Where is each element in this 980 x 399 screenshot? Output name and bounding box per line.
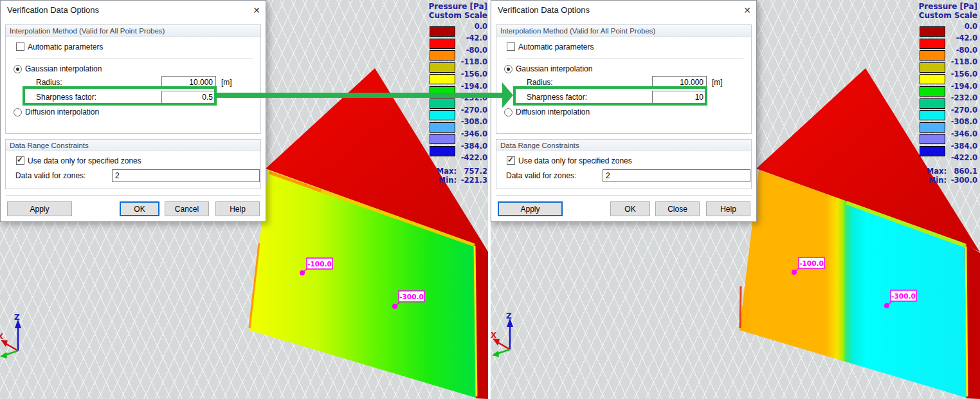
use-zones-label[interactable]: Use data only for specified zones (518, 156, 632, 165)
x-axis-label: X (491, 331, 497, 340)
y-axis-arrow (0, 352, 7, 358)
legend-swatch (430, 110, 455, 120)
legend-max-value: 757.2 (457, 167, 487, 176)
legend-title: Pressure [Pa] (919, 2, 977, 11)
legend-tick: -156.0 (461, 70, 487, 79)
z-axis-label: Z (506, 311, 512, 320)
highlight-arrow (217, 82, 513, 109)
legend-tick: -80.0 (466, 46, 487, 55)
legend-tick: -118.0 (951, 58, 977, 66)
zones-input[interactable] (112, 169, 260, 182)
legend-swatch (430, 62, 455, 73)
legend-min-value: -300.0 (947, 176, 977, 185)
diffusion-label[interactable]: Diffusion interpolation (25, 107, 99, 116)
verification-data-options-dialog-right: Verification Data Options ✕ Interpolatio… (491, 0, 757, 222)
legend-swatch (920, 122, 945, 133)
legend-swatch (430, 122, 455, 133)
help-button[interactable]: Help (215, 201, 260, 216)
title-bar[interactable]: Verification Data Options ✕ (491, 1, 756, 20)
legend-swatch (920, 50, 945, 60)
axes-triad-left: Z X (0, 313, 21, 358)
probe-point (392, 304, 397, 309)
legend-max-row: Max:860.1 (927, 167, 977, 176)
axes-triad-right: Z X (491, 311, 513, 357)
title-bar[interactable]: Verification Data Options ✕ (1, 1, 266, 20)
diffusion-radio[interactable] (14, 108, 22, 116)
legend-swatch (430, 50, 455, 60)
legend-tick: -42.0 (466, 34, 487, 42)
data-range-constraints-group: Data Range Constraints ✓ Use data only f… (496, 139, 752, 189)
separator (15, 59, 253, 59)
radius-label: Radius: (527, 78, 553, 87)
legend-tick: -308.0 (951, 118, 977, 126)
zones-input[interactable] (603, 169, 750, 182)
legend-subtitle: Custom Scale (429, 11, 487, 20)
probe-value: -100.0 (307, 260, 332, 268)
zones-label: Data valid for zones: (15, 171, 86, 180)
legend-swatch (430, 39, 455, 49)
legend-swatch (920, 26, 945, 37)
automatic-parameters-checkbox[interactable] (16, 42, 24, 51)
apply-button[interactable]: Apply (7, 201, 72, 216)
legend-swatch (430, 134, 455, 144)
close-icon[interactable]: ✕ (250, 4, 263, 17)
legend-tick: -346.0 (461, 130, 487, 138)
use-zones-label[interactable]: Use data only for specified zones (28, 156, 141, 165)
group-title: Data Range Constraints (496, 140, 751, 151)
group-title: Interpolation Method (Valid for All Poin… (496, 25, 751, 37)
diffusion-radio[interactable] (504, 108, 513, 116)
probe-point (884, 303, 889, 308)
sharpness-highlight-box-left (23, 86, 217, 106)
y-axis-arrow (492, 351, 499, 357)
data-range-constraints-group: Data Range Constraints ✓ Use data only f… (5, 139, 261, 189)
legend-tick: 0.0 (475, 23, 487, 31)
legend-tick: -346.0 (951, 130, 977, 138)
close-icon[interactable]: ✕ (741, 4, 754, 17)
legend-tick: -270.0 (951, 106, 977, 115)
separator (6, 195, 261, 196)
legend-tick: -80.0 (956, 46, 977, 55)
x-axis-label: X (0, 332, 4, 341)
legend-tick: 0.0 (965, 23, 977, 31)
legend-min-row: Min:-300.0 (929, 176, 977, 185)
close-button[interactable]: Close (655, 201, 700, 216)
legend-tick: -384.0 (951, 142, 977, 151)
automatic-parameters-checkbox[interactable] (507, 42, 515, 51)
legend-swatch (920, 39, 945, 49)
legend-max-row: Max:757.2 (437, 167, 487, 176)
group-title: Data Range Constraints (6, 140, 260, 151)
legend-tick: -194.0 (951, 82, 977, 91)
gaussian-radio[interactable] (504, 65, 513, 73)
use-zones-checkbox[interactable]: ✓ (16, 156, 24, 165)
probe-value: -300.0 (891, 292, 916, 300)
gaussian-radio[interactable] (14, 65, 22, 73)
gaussian-label[interactable]: Gaussian interpolation (25, 64, 102, 73)
apply-button[interactable]: Apply (498, 201, 563, 216)
radius-unit: [m] (712, 78, 723, 87)
legend-min-row: Min:-221.3 (439, 176, 487, 185)
legend-swatch (920, 134, 945, 144)
legend-tick: -156.0 (951, 70, 977, 79)
automatic-parameters-label[interactable]: Automatic parameters (28, 42, 103, 51)
legend-tick: -422.0 (951, 154, 977, 162)
dialog-title: Verification Data Options (498, 5, 590, 15)
help-button[interactable]: Help (706, 201, 750, 216)
ok-button[interactable]: OK (120, 201, 159, 216)
legend-subtitle: Custom Scale (919, 11, 977, 20)
legend-swatch (920, 110, 945, 120)
legend-max-value: 860.1 (947, 167, 977, 176)
use-zones-checkbox[interactable]: ✓ (507, 156, 515, 165)
legend-tick: -118.0 (461, 58, 487, 66)
automatic-parameters-label[interactable]: Automatic parameters (518, 42, 594, 51)
separator (506, 59, 743, 59)
probe-value: -300.0 (399, 293, 424, 301)
legend-tick: -42.0 (956, 34, 977, 42)
diffusion-label[interactable]: Diffusion interpolation (516, 107, 590, 116)
ok-button[interactable]: OK (610, 201, 650, 216)
gaussian-label[interactable]: Gaussian interpolation (516, 64, 592, 73)
legend-tick: -422.0 (461, 154, 487, 162)
legend-tick: -308.0 (461, 118, 487, 126)
cancel-button[interactable]: Cancel (165, 201, 209, 216)
interpolation-method-group: Interpolation Method (Valid for All Poin… (5, 24, 261, 134)
radius-label: Radius: (36, 78, 62, 87)
